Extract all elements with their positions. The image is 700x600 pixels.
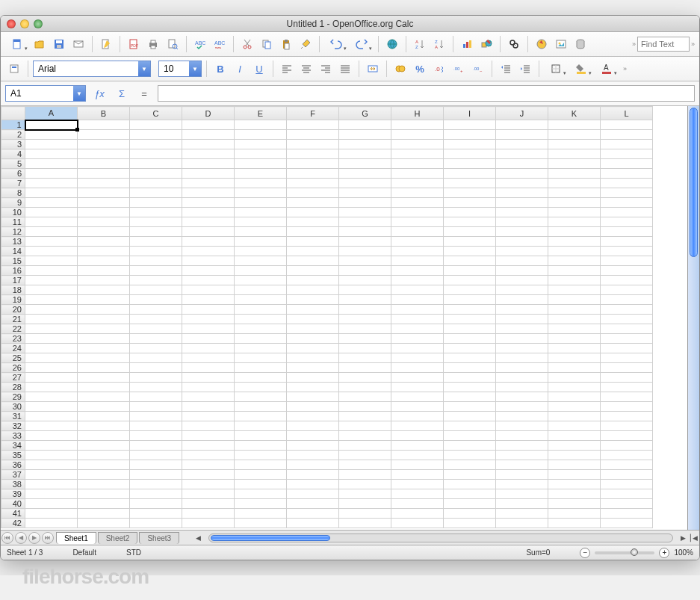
cell[interactable] — [130, 344, 182, 353]
cell[interactable] — [548, 266, 601, 276]
dropdown-arrow-icon[interactable]: ▼ — [138, 61, 150, 76]
toolbar-chevron-icon[interactable]: » — [632, 40, 636, 48]
horizontal-scrollbar[interactable] — [208, 533, 673, 542]
row-header[interactable]: 16 — [1, 266, 25, 276]
cell[interactable] — [235, 509, 287, 519]
cell[interactable] — [339, 451, 391, 460]
cell[interactable] — [182, 120, 235, 130]
cell[interactable] — [235, 305, 287, 315]
cell[interactable] — [287, 412, 339, 421]
cell[interactable] — [444, 208, 496, 217]
paste-button[interactable] — [277, 35, 295, 53]
cell[interactable] — [235, 227, 287, 237]
cell[interactable] — [130, 305, 182, 315]
cell[interactable] — [391, 217, 444, 227]
cell[interactable] — [25, 169, 78, 179]
cell[interactable] — [235, 285, 287, 295]
cell[interactable] — [287, 383, 339, 392]
cell[interactable] — [339, 179, 391, 188]
cell[interactable] — [601, 305, 653, 315]
cell[interactable] — [444, 159, 496, 169]
cell[interactable] — [496, 353, 548, 363]
cell[interactable] — [444, 130, 496, 140]
cell[interactable] — [601, 480, 653, 489]
cell[interactable] — [182, 256, 235, 266]
merge-cells-button[interactable] — [364, 60, 382, 78]
row-header[interactable]: 27 — [1, 373, 25, 383]
cell[interactable] — [287, 519, 339, 528]
column-header[interactable]: G — [339, 107, 391, 120]
cell[interactable] — [182, 509, 235, 519]
cell[interactable] — [496, 140, 548, 149]
column-header[interactable]: A — [25, 107, 78, 120]
cell[interactable] — [391, 179, 444, 188]
cell[interactable] — [78, 120, 130, 130]
cell[interactable] — [287, 334, 339, 344]
show-draw-functions-button[interactable] — [477, 35, 495, 53]
row-header[interactable]: 7 — [1, 179, 25, 188]
sheet-tab[interactable]: Sheet1 — [56, 532, 96, 544]
cell[interactable] — [601, 402, 653, 412]
cell[interactable] — [130, 441, 182, 451]
cell[interactable] — [130, 460, 182, 470]
font-name-input[interactable] — [34, 61, 138, 76]
zoom-level[interactable]: 100% — [674, 548, 693, 557]
cell[interactable] — [78, 295, 130, 305]
find-replace-button[interactable] — [505, 35, 523, 53]
cell[interactable] — [130, 421, 182, 431]
cell[interactable] — [287, 324, 339, 334]
cell[interactable] — [496, 460, 548, 470]
cell[interactable] — [78, 470, 130, 480]
cell[interactable] — [287, 208, 339, 217]
cell[interactable] — [130, 489, 182, 499]
cell[interactable] — [548, 519, 601, 528]
cell[interactable] — [444, 295, 496, 305]
cell[interactable] — [444, 140, 496, 149]
cell[interactable] — [130, 198, 182, 208]
scrollbar-thumb[interactable] — [690, 108, 698, 257]
cell[interactable] — [339, 266, 391, 276]
chart-button[interactable] — [458, 35, 476, 53]
undo-button[interactable] — [324, 35, 348, 53]
align-justify-button[interactable] — [336, 60, 354, 78]
row-header[interactable]: 2 — [1, 130, 25, 140]
cell[interactable] — [78, 169, 130, 179]
cell[interactable] — [548, 169, 601, 179]
cell[interactable] — [496, 305, 548, 315]
cell[interactable] — [601, 149, 653, 159]
cell[interactable] — [182, 227, 235, 237]
cell[interactable] — [25, 412, 78, 421]
cell[interactable] — [496, 276, 548, 285]
cell[interactable] — [391, 120, 444, 130]
cell[interactable] — [182, 470, 235, 480]
cell[interactable] — [601, 373, 653, 383]
cell[interactable] — [182, 402, 235, 412]
styles-button[interactable] — [5, 60, 23, 78]
cell[interactable] — [25, 140, 78, 149]
cell[interactable] — [235, 149, 287, 159]
align-center-button[interactable] — [297, 60, 315, 78]
cell[interactable] — [130, 208, 182, 217]
cell[interactable] — [339, 480, 391, 489]
cell[interactable] — [235, 421, 287, 431]
cell[interactable] — [25, 247, 78, 256]
cell[interactable] — [78, 217, 130, 227]
cell[interactable] — [339, 509, 391, 519]
cell[interactable] — [601, 363, 653, 373]
cell[interactable] — [78, 363, 130, 373]
cell[interactable] — [287, 480, 339, 489]
cell[interactable] — [391, 159, 444, 169]
align-right-button[interactable] — [317, 60, 335, 78]
cell[interactable] — [548, 295, 601, 305]
background-color-button[interactable] — [569, 60, 593, 78]
cell[interactable] — [496, 169, 548, 179]
cell[interactable] — [391, 421, 444, 431]
cell[interactable] — [130, 470, 182, 480]
row-header[interactable]: 23 — [1, 334, 25, 344]
cell[interactable] — [182, 276, 235, 285]
cell[interactable] — [391, 315, 444, 324]
cell[interactable] — [287, 363, 339, 373]
cell[interactable] — [235, 247, 287, 256]
cell[interactable] — [391, 227, 444, 237]
cell[interactable] — [339, 460, 391, 470]
